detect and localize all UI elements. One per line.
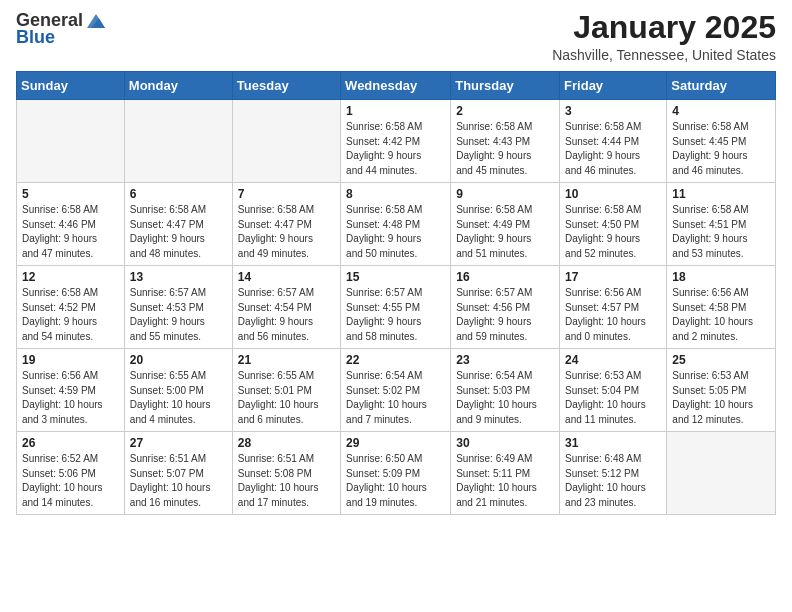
day-info: Sunrise: 6:58 AMSunset: 4:51 PMDaylight:… bbox=[672, 203, 770, 261]
calendar-day-cell: 20Sunrise: 6:55 AMSunset: 5:00 PMDayligh… bbox=[124, 349, 232, 432]
day-info: Sunrise: 6:58 AMSunset: 4:46 PMDaylight:… bbox=[22, 203, 119, 261]
day-number: 31 bbox=[565, 436, 661, 450]
calendar-week-row: 5Sunrise: 6:58 AMSunset: 4:46 PMDaylight… bbox=[17, 183, 776, 266]
logo: General Blue bbox=[16, 10, 107, 48]
day-info: Sunrise: 6:58 AMSunset: 4:43 PMDaylight:… bbox=[456, 120, 554, 178]
calendar-day-cell: 7Sunrise: 6:58 AMSunset: 4:47 PMDaylight… bbox=[232, 183, 340, 266]
day-number: 3 bbox=[565, 104, 661, 118]
day-info: Sunrise: 6:55 AMSunset: 5:00 PMDaylight:… bbox=[130, 369, 227, 427]
day-info: Sunrise: 6:56 AMSunset: 4:57 PMDaylight:… bbox=[565, 286, 661, 344]
day-number: 11 bbox=[672, 187, 770, 201]
calendar-day-cell: 28Sunrise: 6:51 AMSunset: 5:08 PMDayligh… bbox=[232, 432, 340, 515]
day-info: Sunrise: 6:58 AMSunset: 4:42 PMDaylight:… bbox=[346, 120, 445, 178]
day-number: 14 bbox=[238, 270, 335, 284]
day-number: 21 bbox=[238, 353, 335, 367]
calendar-day-cell: 11Sunrise: 6:58 AMSunset: 4:51 PMDayligh… bbox=[667, 183, 776, 266]
day-info: Sunrise: 6:58 AMSunset: 4:45 PMDaylight:… bbox=[672, 120, 770, 178]
day-number: 10 bbox=[565, 187, 661, 201]
calendar-week-row: 19Sunrise: 6:56 AMSunset: 4:59 PMDayligh… bbox=[17, 349, 776, 432]
month-title: January 2025 bbox=[552, 10, 776, 45]
day-info: Sunrise: 6:57 AMSunset: 4:55 PMDaylight:… bbox=[346, 286, 445, 344]
calendar-day-cell: 31Sunrise: 6:48 AMSunset: 5:12 PMDayligh… bbox=[560, 432, 667, 515]
day-of-week-header: Thursday bbox=[451, 72, 560, 100]
day-info: Sunrise: 6:56 AMSunset: 4:59 PMDaylight:… bbox=[22, 369, 119, 427]
day-number: 12 bbox=[22, 270, 119, 284]
day-number: 22 bbox=[346, 353, 445, 367]
day-number: 4 bbox=[672, 104, 770, 118]
calendar-day-cell: 4Sunrise: 6:58 AMSunset: 4:45 PMDaylight… bbox=[667, 100, 776, 183]
day-number: 26 bbox=[22, 436, 119, 450]
day-info: Sunrise: 6:50 AMSunset: 5:09 PMDaylight:… bbox=[346, 452, 445, 510]
calendar-day-cell bbox=[232, 100, 340, 183]
day-of-week-header: Friday bbox=[560, 72, 667, 100]
day-info: Sunrise: 6:58 AMSunset: 4:44 PMDaylight:… bbox=[565, 120, 661, 178]
logo-blue-text: Blue bbox=[16, 28, 55, 48]
calendar-day-cell: 10Sunrise: 6:58 AMSunset: 4:50 PMDayligh… bbox=[560, 183, 667, 266]
header: General Blue January 2025 Nashville, Ten… bbox=[16, 10, 776, 63]
day-info: Sunrise: 6:48 AMSunset: 5:12 PMDaylight:… bbox=[565, 452, 661, 510]
day-info: Sunrise: 6:51 AMSunset: 5:08 PMDaylight:… bbox=[238, 452, 335, 510]
day-info: Sunrise: 6:57 AMSunset: 4:54 PMDaylight:… bbox=[238, 286, 335, 344]
calendar-day-cell: 22Sunrise: 6:54 AMSunset: 5:02 PMDayligh… bbox=[341, 349, 451, 432]
day-number: 7 bbox=[238, 187, 335, 201]
day-info: Sunrise: 6:58 AMSunset: 4:49 PMDaylight:… bbox=[456, 203, 554, 261]
calendar-day-cell: 30Sunrise: 6:49 AMSunset: 5:11 PMDayligh… bbox=[451, 432, 560, 515]
day-info: Sunrise: 6:56 AMSunset: 4:58 PMDaylight:… bbox=[672, 286, 770, 344]
calendar-day-cell: 13Sunrise: 6:57 AMSunset: 4:53 PMDayligh… bbox=[124, 266, 232, 349]
day-of-week-header: Wednesday bbox=[341, 72, 451, 100]
day-info: Sunrise: 6:49 AMSunset: 5:11 PMDaylight:… bbox=[456, 452, 554, 510]
day-info: Sunrise: 6:58 AMSunset: 4:52 PMDaylight:… bbox=[22, 286, 119, 344]
calendar-table: SundayMondayTuesdayWednesdayThursdayFrid… bbox=[16, 71, 776, 515]
calendar-day-cell: 1Sunrise: 6:58 AMSunset: 4:42 PMDaylight… bbox=[341, 100, 451, 183]
day-number: 15 bbox=[346, 270, 445, 284]
calendar-week-row: 1Sunrise: 6:58 AMSunset: 4:42 PMDaylight… bbox=[17, 100, 776, 183]
location: Nashville, Tennessee, United States bbox=[552, 47, 776, 63]
day-number: 19 bbox=[22, 353, 119, 367]
day-info: Sunrise: 6:55 AMSunset: 5:01 PMDaylight:… bbox=[238, 369, 335, 427]
day-number: 24 bbox=[565, 353, 661, 367]
calendar-day-cell: 3Sunrise: 6:58 AMSunset: 4:44 PMDaylight… bbox=[560, 100, 667, 183]
calendar-day-cell: 9Sunrise: 6:58 AMSunset: 4:49 PMDaylight… bbox=[451, 183, 560, 266]
calendar-day-cell: 2Sunrise: 6:58 AMSunset: 4:43 PMDaylight… bbox=[451, 100, 560, 183]
day-of-week-header: Saturday bbox=[667, 72, 776, 100]
calendar-day-cell: 5Sunrise: 6:58 AMSunset: 4:46 PMDaylight… bbox=[17, 183, 125, 266]
day-of-week-header: Monday bbox=[124, 72, 232, 100]
calendar-day-cell: 21Sunrise: 6:55 AMSunset: 5:01 PMDayligh… bbox=[232, 349, 340, 432]
day-of-week-header: Tuesday bbox=[232, 72, 340, 100]
day-number: 13 bbox=[130, 270, 227, 284]
day-info: Sunrise: 6:57 AMSunset: 4:56 PMDaylight:… bbox=[456, 286, 554, 344]
calendar-day-cell: 18Sunrise: 6:56 AMSunset: 4:58 PMDayligh… bbox=[667, 266, 776, 349]
day-info: Sunrise: 6:58 AMSunset: 4:47 PMDaylight:… bbox=[130, 203, 227, 261]
title-block: January 2025 Nashville, Tennessee, Unite… bbox=[552, 10, 776, 63]
calendar-header-row: SundayMondayTuesdayWednesdayThursdayFrid… bbox=[17, 72, 776, 100]
calendar-day-cell: 17Sunrise: 6:56 AMSunset: 4:57 PMDayligh… bbox=[560, 266, 667, 349]
calendar-day-cell: 6Sunrise: 6:58 AMSunset: 4:47 PMDaylight… bbox=[124, 183, 232, 266]
day-info: Sunrise: 6:57 AMSunset: 4:53 PMDaylight:… bbox=[130, 286, 227, 344]
day-of-week-header: Sunday bbox=[17, 72, 125, 100]
calendar-week-row: 12Sunrise: 6:58 AMSunset: 4:52 PMDayligh… bbox=[17, 266, 776, 349]
day-number: 9 bbox=[456, 187, 554, 201]
day-number: 30 bbox=[456, 436, 554, 450]
day-info: Sunrise: 6:53 AMSunset: 5:04 PMDaylight:… bbox=[565, 369, 661, 427]
calendar-day-cell bbox=[667, 432, 776, 515]
logo-icon bbox=[85, 10, 107, 32]
day-number: 16 bbox=[456, 270, 554, 284]
day-number: 2 bbox=[456, 104, 554, 118]
day-number: 25 bbox=[672, 353, 770, 367]
day-info: Sunrise: 6:58 AMSunset: 4:47 PMDaylight:… bbox=[238, 203, 335, 261]
day-number: 28 bbox=[238, 436, 335, 450]
day-number: 18 bbox=[672, 270, 770, 284]
calendar-day-cell: 27Sunrise: 6:51 AMSunset: 5:07 PMDayligh… bbox=[124, 432, 232, 515]
calendar-day-cell: 25Sunrise: 6:53 AMSunset: 5:05 PMDayligh… bbox=[667, 349, 776, 432]
day-number: 17 bbox=[565, 270, 661, 284]
calendar-day-cell: 23Sunrise: 6:54 AMSunset: 5:03 PMDayligh… bbox=[451, 349, 560, 432]
day-number: 5 bbox=[22, 187, 119, 201]
calendar-day-cell: 24Sunrise: 6:53 AMSunset: 5:04 PMDayligh… bbox=[560, 349, 667, 432]
day-info: Sunrise: 6:53 AMSunset: 5:05 PMDaylight:… bbox=[672, 369, 770, 427]
calendar-day-cell: 29Sunrise: 6:50 AMSunset: 5:09 PMDayligh… bbox=[341, 432, 451, 515]
calendar-day-cell: 8Sunrise: 6:58 AMSunset: 4:48 PMDaylight… bbox=[341, 183, 451, 266]
calendar-day-cell: 15Sunrise: 6:57 AMSunset: 4:55 PMDayligh… bbox=[341, 266, 451, 349]
calendar-week-row: 26Sunrise: 6:52 AMSunset: 5:06 PMDayligh… bbox=[17, 432, 776, 515]
day-number: 8 bbox=[346, 187, 445, 201]
day-info: Sunrise: 6:54 AMSunset: 5:02 PMDaylight:… bbox=[346, 369, 445, 427]
